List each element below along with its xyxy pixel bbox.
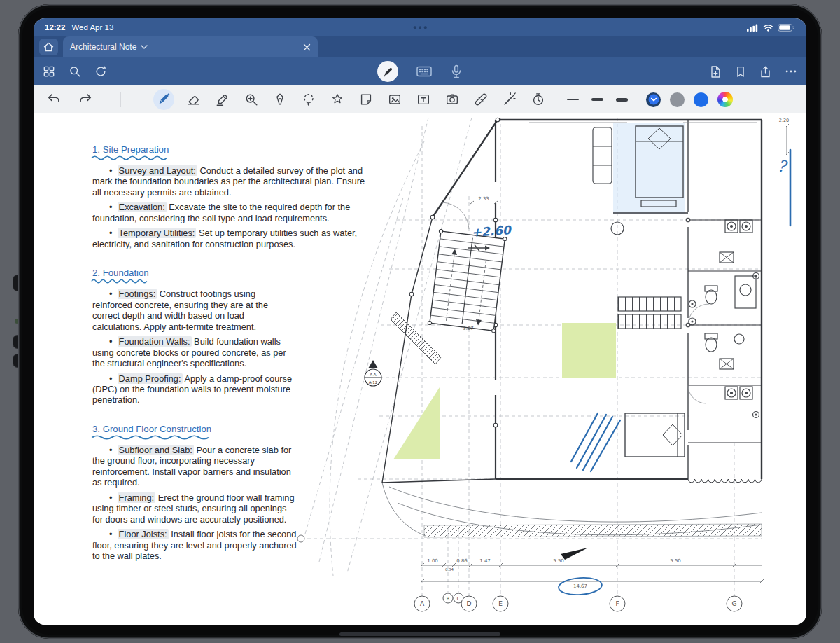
tab-bar: Architectural Note: [34, 36, 806, 57]
screen: 12:22 Wed Apr 13: [34, 18, 806, 625]
note-heading: 1. Site Preparation: [92, 144, 169, 155]
svg-text:+2.60: +2.60: [471, 223, 513, 240]
more-icon: [784, 64, 798, 78]
pen-tool-button[interactable]: [153, 89, 174, 110]
redo-button[interactable]: [76, 90, 94, 109]
note-canvas[interactable]: 1. Site Preparation • Survey and Layout:…: [34, 113, 806, 625]
section-marker: A-A A-12: [365, 360, 382, 386]
grid-bubbles: [414, 593, 742, 611]
redo-icon: [78, 92, 93, 107]
note-bullet: • Foundation Walls: Build foundation wal…: [92, 336, 294, 368]
tab-title: Architectural Note: [70, 42, 136, 52]
rotate-button[interactable]: [94, 64, 108, 78]
note-section: 2. Foundation • Footings: Construct foot…: [92, 268, 294, 406]
note-heading: 2. Foundation: [92, 268, 149, 279]
lasso-icon: [301, 92, 316, 107]
grid-line-end-circle: [298, 535, 304, 542]
thumbnails-button[interactable]: [42, 64, 56, 78]
stroke-medium-button[interactable]: [592, 98, 603, 101]
pen-mode-icon: [382, 66, 394, 78]
svg-text:F: F: [615, 600, 619, 607]
search-button[interactable]: [68, 64, 82, 78]
heading-text: 2. Foundation: [92, 268, 149, 278]
home-button[interactable]: [39, 39, 58, 55]
undo-icon: [46, 92, 62, 107]
laser-pointer-icon: [502, 92, 517, 107]
image-tool-button[interactable]: [386, 90, 404, 109]
magnify-tool-button[interactable]: [242, 90, 260, 109]
timer-icon: [531, 92, 546, 107]
share-button[interactable]: [759, 64, 772, 79]
multitask-dots-icon: [414, 26, 427, 29]
note-bullet: • Framing: Erect the ground floor wall f…: [92, 492, 297, 525]
svg-text:1.47: 1.47: [479, 558, 491, 564]
camera-icon: [444, 92, 460, 107]
laser-pointer-tool-button[interactable]: [500, 90, 519, 109]
keyboard-button[interactable]: [416, 64, 433, 78]
highlighter-icon: [215, 92, 230, 107]
shapes-pen-icon: [272, 92, 288, 107]
stairs: [428, 229, 507, 333]
squiggle-underline: [91, 155, 169, 161]
note-heading: 3. Ground Floor Construction: [92, 424, 211, 435]
svg-text:5.50: 5.50: [670, 558, 681, 564]
heading-text: 1. Site Preparation: [92, 144, 169, 155]
wifi-icon: [763, 24, 774, 32]
home-indicator[interactable]: [340, 632, 500, 636]
text-tool-button[interactable]: [414, 90, 433, 109]
color-wheel-button[interactable]: [718, 92, 733, 107]
microphone-icon: [450, 64, 463, 79]
tape-icon: [473, 92, 489, 107]
shapes-pen-tool-button[interactable]: [271, 90, 289, 109]
sticker-tool-button[interactable]: [328, 90, 346, 109]
document-toolbar: [34, 57, 806, 85]
sticker-icon: [330, 92, 345, 107]
battery-icon: [778, 24, 795, 32]
add-page-button[interactable]: [708, 64, 722, 79]
highlighter-tool-button[interactable]: [214, 90, 232, 109]
camera-tool-button[interactable]: [443, 90, 461, 109]
svg-text:A-12: A-12: [369, 380, 378, 385]
squiggle-underline: [91, 434, 212, 441]
more-button[interactable]: [784, 64, 798, 78]
add-page-icon: [708, 64, 722, 79]
color-swatch-blue[interactable]: [694, 92, 708, 107]
lasso-tool-button[interactable]: [300, 90, 318, 109]
chevron-down-icon: [650, 97, 657, 102]
stroke-thick-button[interactable]: [616, 98, 628, 102]
pen-mode-button[interactable]: [377, 61, 398, 82]
svg-text:3.67: 3.67: [463, 326, 474, 331]
undo-button[interactable]: [45, 90, 63, 109]
color-expand-badge[interactable]: [648, 95, 659, 105]
thumbnails-icon: [42, 64, 56, 78]
cellular-signal-icon: [747, 24, 759, 32]
status-bar: 12:22 Wed Apr 13: [34, 18, 806, 36]
close-tab-icon[interactable]: [303, 43, 311, 51]
chevron-down-icon[interactable]: [141, 45, 148, 50]
svg-text:C: C: [457, 596, 461, 602]
north-wedge: [561, 548, 588, 560]
svg-text:1.00: 1.00: [427, 558, 438, 564]
tool-ribbon: [34, 85, 806, 114]
eraser-tool-button[interactable]: [185, 90, 203, 109]
ipad-frame: 12:22 Wed Apr 13: [18, 4, 822, 639]
ground-hatch: [424, 524, 762, 537]
stroke-thin-button[interactable]: [567, 99, 579, 100]
color-swatch-navy[interactable]: [646, 92, 661, 107]
pen-icon: [156, 92, 172, 107]
note-section: 3. Ground Floor Construction • Subfloor …: [92, 424, 297, 562]
svg-text:A: A: [420, 600, 425, 607]
svg-text:D: D: [467, 600, 472, 607]
share-icon: [759, 64, 772, 79]
sticky-note-icon: [358, 92, 374, 107]
timer-tool-button[interactable]: [529, 90, 547, 109]
svg-text:G: G: [732, 600, 737, 607]
color-swatch-gray[interactable]: [670, 92, 685, 107]
eraser-icon: [186, 92, 202, 107]
bookmark-button[interactable]: [734, 64, 747, 79]
note-bullet: • Damp Proofing: Apply a damp-proof cour…: [92, 373, 294, 406]
tape-tool-button[interactable]: [472, 90, 490, 109]
sticky-note-tool-button[interactable]: [357, 90, 375, 109]
tab-architectural-note[interactable]: Architectural Note: [63, 36, 318, 57]
microphone-button[interactable]: [450, 64, 463, 79]
